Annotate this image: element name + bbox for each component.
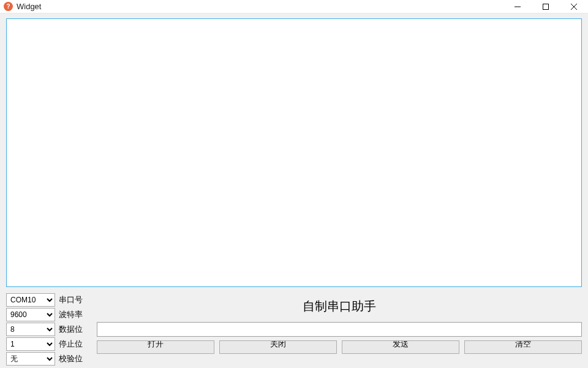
close-button[interactable] [560, 0, 588, 13]
titlebar: ? Widget [0, 0, 588, 13]
minimize-button[interactable] [503, 0, 532, 13]
open-button[interactable]: 打开 [97, 340, 214, 354]
port-select[interactable]: COM10 [6, 293, 55, 307]
svg-rect-1 [543, 4, 549, 10]
maximize-button[interactable] [532, 0, 560, 13]
window-title: Widget [17, 2, 41, 11]
stopbits-select[interactable]: 1 [6, 337, 55, 351]
stopbits-row: 1 停止位 [6, 337, 91, 351]
button-row: 打开 关闭 发送 清空 [97, 340, 582, 354]
close-port-button[interactable]: 关闭 [219, 340, 337, 354]
port-label: 串口号 [59, 294, 83, 305]
minimize-icon [514, 3, 521, 10]
output-textarea[interactable] [6, 18, 582, 287]
client-area: COM10 串口号 9600 波特率 8 数据位 1 停止位 [0, 13, 588, 368]
stopbits-label: 停止位 [59, 339, 83, 350]
send-input[interactable] [97, 322, 582, 337]
window-controls [503, 0, 588, 13]
baud-row: 9600 波特率 [6, 308, 91, 321]
config-panel: COM10 串口号 9600 波特率 8 数据位 1 停止位 [6, 293, 91, 366]
close-icon [570, 3, 578, 10]
databits-label: 数据位 [59, 324, 83, 335]
bottom-panel: COM10 串口号 9600 波特率 8 数据位 1 停止位 [6, 293, 582, 366]
main-column: 自制串口助手 打开 关闭 发送 清空 [97, 293, 582, 366]
databits-select[interactable]: 8 [6, 323, 55, 336]
parity-select[interactable]: 无 [6, 352, 55, 366]
clear-button[interactable]: 清空 [464, 340, 582, 354]
send-button[interactable]: 发送 [342, 340, 459, 354]
app-title: 自制串口助手 [97, 293, 582, 322]
app-icon: ? [4, 2, 13, 11]
baud-label: 波特率 [59, 309, 83, 320]
parity-label: 校验位 [59, 353, 83, 364]
databits-row: 8 数据位 [6, 323, 91, 336]
port-row: COM10 串口号 [6, 293, 91, 307]
maximize-icon [542, 3, 549, 10]
parity-row: 无 校验位 [6, 352, 91, 366]
baud-select[interactable]: 9600 [6, 308, 55, 321]
